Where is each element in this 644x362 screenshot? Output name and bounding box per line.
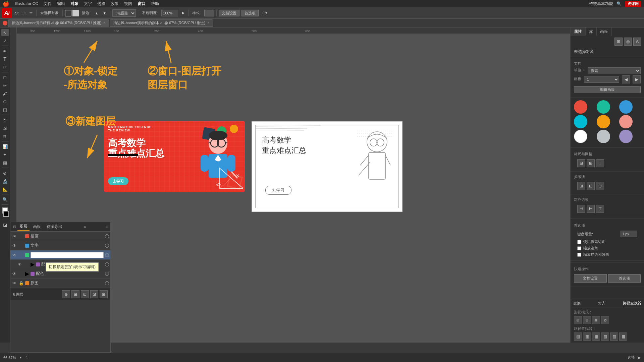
- arrange-btn[interactable]: ⊡▾: [261, 10, 269, 16]
- tool-column[interactable]: ▦: [1, 159, 9, 166]
- menu-select[interactable]: 选择: [97, 1, 105, 7]
- layer-2-target[interactable]: [105, 244, 109, 248]
- layers-tab-artboard[interactable]: 画板: [31, 223, 43, 230]
- layer-4-visibility[interactable]: 👁: [17, 262, 22, 267]
- toolbar-draw-btn[interactable]: ✏: [28, 10, 34, 16]
- align-center-icon[interactable]: ⊢: [587, 205, 595, 213]
- artboard-next[interactable]: ▶: [633, 75, 641, 83]
- layers-move-btn[interactable]: ⊡: [81, 290, 89, 298]
- tab-2[interactable]: 插边风-banner演示稿的副本.ai @ 67% (RGB/GPU 推进) ×: [110, 19, 213, 27]
- layer-1-target[interactable]: [105, 234, 109, 238]
- ruler-icon[interactable]: ⊟: [577, 159, 585, 167]
- tab-2-close[interactable]: ×: [207, 21, 209, 25]
- search-icon[interactable]: 🔍: [616, 1, 622, 6]
- swatch-pink[interactable]: [619, 115, 633, 128]
- swatch-red[interactable]: [574, 100, 587, 114]
- shape-exclude-btn[interactable]: ⊘: [601, 316, 609, 324]
- layer-1-visibility[interactable]: 👁: [12, 234, 17, 239]
- layers-new-sublayer-btn[interactable]: ⊕: [62, 290, 70, 298]
- tool-change-screen[interactable]: ◪: [1, 221, 9, 229]
- layer-3-lock[interactable]: [18, 252, 24, 258]
- layer-4-target[interactable]: [105, 262, 109, 266]
- pathfinder-btn-1[interactable]: ▤: [574, 333, 582, 341]
- layer-6-visibility[interactable]: 👁: [12, 281, 17, 286]
- layer-1-lock[interactable]: [18, 234, 24, 239]
- swatch-teal[interactable]: [597, 100, 610, 114]
- tool-eyedrop[interactable]: 🔬: [1, 177, 9, 185]
- swatch-blue[interactable]: [619, 100, 633, 114]
- tool-pen[interactable]: ✒: [1, 47, 9, 55]
- stroke-color-swatch[interactable]: [3, 211, 9, 217]
- layer-5-expand[interactable]: ▶: [25, 272, 29, 276]
- align-tab[interactable]: 对齐: [598, 301, 605, 306]
- pathfinder-btn-3[interactable]: ▦: [592, 333, 600, 341]
- menu-object[interactable]: 对象: [70, 1, 78, 7]
- guide-icon-1[interactable]: ⊞: [577, 182, 585, 190]
- swatch-orange[interactable]: [597, 115, 610, 128]
- layers-new-layer-btn[interactable]: ⊞: [71, 290, 79, 298]
- menu-edit[interactable]: 编辑: [57, 1, 65, 7]
- tool-zoom[interactable]: 🔍: [1, 196, 9, 203]
- tool-brush[interactable]: 🖌: [1, 90, 9, 97]
- unit-select[interactable]: 像素: [588, 67, 641, 74]
- swatch-white[interactable]: [574, 130, 587, 143]
- tool-measure[interactable]: 📐: [1, 185, 9, 193]
- layer-3-target[interactable]: [105, 253, 109, 257]
- keyboard-increment-input[interactable]: [621, 231, 637, 237]
- menu-help[interactable]: 帮助: [151, 1, 159, 7]
- tool-touch[interactable]: ☞: [1, 63, 9, 71]
- tool-select[interactable]: ↖: [1, 29, 9, 36]
- shape-intersect-btn[interactable]: ⊗: [592, 316, 600, 324]
- stroke-preview[interactable]: [65, 10, 71, 16]
- menu-view[interactable]: 视图: [124, 1, 132, 7]
- layers-panel-collapse[interactable]: ⊡: [13, 225, 16, 229]
- menu-effects[interactable]: 效果: [111, 1, 119, 7]
- layers-tab-export[interactable]: 资源导出: [44, 223, 64, 230]
- transform-icon[interactable]: ⊞: [614, 38, 623, 46]
- menu-text[interactable]: 文字: [84, 1, 92, 7]
- tool-direct-select[interactable]: ↗: [1, 37, 9, 44]
- pathfinder-btn-4[interactable]: ▧: [601, 333, 609, 341]
- preferences-toolbar-btn[interactable]: 首选项: [241, 10, 259, 16]
- guide-icon-2[interactable]: ⊟: [587, 182, 595, 190]
- tool-type[interactable]: T: [1, 55, 9, 63]
- align-right-icon[interactable]: ⊤: [596, 205, 604, 213]
- swatch-lightgray[interactable]: [597, 130, 610, 143]
- layer-4-lock[interactable]: [24, 262, 29, 267]
- layer-5-lock[interactable]: [18, 271, 24, 277]
- menu-file[interactable]: 文件: [44, 1, 52, 7]
- transform-tab[interactable]: 变换: [573, 301, 581, 306]
- layers-tab-layers[interactable]: 图层: [17, 223, 30, 231]
- tool-scale[interactable]: ⇲: [1, 124, 9, 132]
- swatch-cyan[interactable]: [574, 115, 587, 128]
- status-play-btn[interactable]: ▶: [638, 355, 641, 360]
- corner-checkbox[interactable]: [577, 246, 581, 250]
- right-tab-artboard[interactable]: 画板: [597, 27, 612, 36]
- align-left-icon[interactable]: ⊣: [577, 205, 585, 213]
- tool-pencil[interactable]: ✏: [1, 82, 9, 89]
- stroke-up[interactable]: ▲: [93, 10, 100, 16]
- edit-artboard-btn[interactable]: 编辑画板: [574, 86, 641, 93]
- scale-stroke-checkbox[interactable]: [577, 253, 581, 257]
- right-tab-properties[interactable]: 属性: [571, 27, 586, 36]
- stroke-down[interactable]: ▼: [101, 10, 108, 16]
- tab-1-close[interactable]: ×: [103, 21, 105, 25]
- grid-icon[interactable]: ⊞: [587, 159, 595, 167]
- tool-warp[interactable]: ≋: [1, 132, 9, 140]
- opacity-up[interactable]: ▶: [180, 10, 186, 16]
- layer-2-lock[interactable]: [18, 243, 24, 248]
- tool-symbol[interactable]: ✦: [1, 151, 9, 158]
- layer-6-lock[interactable]: 🔒: [18, 281, 24, 286]
- layer-2-visibility[interactable]: 👁: [12, 243, 17, 248]
- pathfinder-btn-6[interactable]: ▩: [619, 333, 627, 341]
- layers-menu-btn[interactable]: ≡: [105, 225, 108, 229]
- layer-6-target[interactable]: [105, 281, 109, 285]
- layer-3-visibility[interactable]: 👁: [12, 252, 17, 258]
- swatch-purple[interactable]: [619, 130, 633, 143]
- artboard-select[interactable]: 1: [584, 76, 619, 83]
- tool-blob[interactable]: ⊙: [1, 98, 9, 105]
- layer-4-expand[interactable]: ▶: [31, 262, 35, 266]
- quick-preferences-btn[interactable]: 首选项: [608, 274, 641, 283]
- fill-preview[interactable]: [72, 10, 79, 16]
- pathfinder-tab[interactable]: 路径查找器: [623, 301, 641, 306]
